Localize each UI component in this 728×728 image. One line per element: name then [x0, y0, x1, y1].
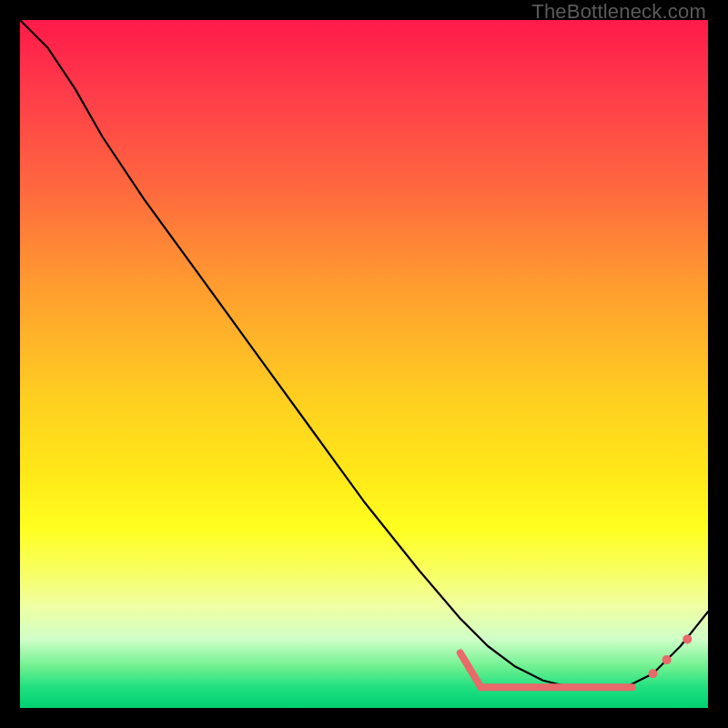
highlight-dot [662, 655, 672, 664]
highlight-band-lead [460, 653, 481, 688]
watermark-text: TheBottleneck.com [531, 0, 706, 24]
highlight-dot [649, 669, 658, 678]
highlight-dot [682, 634, 692, 643]
chart-frame: TheBottleneck.com [0, 0, 728, 728]
chart-plot-area [20, 20, 708, 708]
chart-curve [20, 20, 708, 687]
chart-highlight [460, 634, 693, 687]
chart-svg [20, 20, 708, 708]
